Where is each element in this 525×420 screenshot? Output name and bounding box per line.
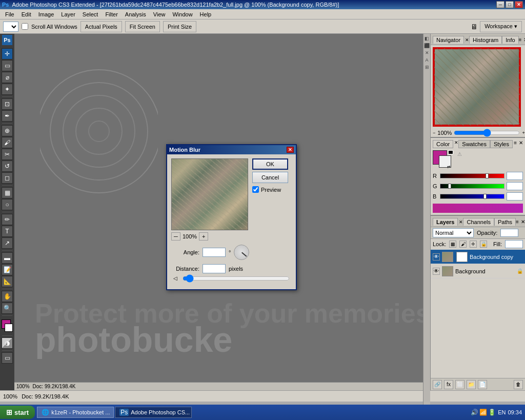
nav-zoom-out-icon[interactable]: − [433,130,435,135]
distance-slider[interactable] [183,276,290,281]
info-tab[interactable]: Info [502,36,518,44]
marquee-tool[interactable]: ▭ [2,60,13,71]
text-tool[interactable]: T [2,226,13,237]
layer-visibility-eye-bg[interactable]: 👁 [433,268,440,275]
color-swatches[interactable]: ⇄ [433,150,453,170]
layer-item-background[interactable]: 👁 Background 🔒 [431,264,525,278]
distance-input[interactable]: 33 [203,264,226,273]
screen-mode-btn[interactable]: ▭ [2,352,13,364]
preview-checkbox[interactable] [252,186,259,193]
clone-tool[interactable]: ✂ [2,149,13,160]
color-tab[interactable]: Color [433,140,453,148]
notes-tool[interactable]: 📝 [2,264,13,275]
cancel-button[interactable]: Cancel [252,172,288,183]
navigator-preview[interactable] [433,47,521,127]
workspace-button[interactable]: Workspace ▾ [480,21,522,32]
menu-view[interactable]: View [150,10,169,18]
start-button[interactable]: ⊞ start [0,406,35,419]
scroll-all-windows-checkbox[interactable] [22,23,28,30]
rectangle-tool[interactable]: ▬ [2,252,13,264]
menu-file[interactable]: File [2,10,17,18]
mini-btn-3[interactable]: ✕ [425,50,429,55]
measure-tool[interactable]: 📐 [2,276,13,287]
menu-window[interactable]: Window [169,10,195,18]
layer-item-background-copy[interactable]: 👁 Background copy [431,250,525,264]
color-panel-options[interactable]: ≡ [514,140,517,148]
layers-tab-close[interactable]: ✕ [459,219,463,225]
brush-preset-combo[interactable] [3,22,18,32]
layers-panel-close[interactable]: ✕ [521,219,525,225]
quick-mask-btn[interactable]: ◑ [2,337,13,349]
print-size-button[interactable]: Print Size [163,21,196,32]
gradient-tool[interactable]: ▦ [2,187,13,198]
menu-image[interactable]: Image [35,10,57,18]
lock-all-btn[interactable]: 🔒 [480,241,487,248]
navigator-tab[interactable]: Navigator [433,36,464,44]
color-swatch-area[interactable] [1,319,14,334]
menu-help[interactable]: Help [197,10,215,18]
paths-tab[interactable]: Paths [494,218,516,226]
path-select-tool[interactable]: ↗ [2,237,13,249]
mini-btn-2[interactable]: ⬛ [424,43,430,48]
fill-input[interactable]: 100% [505,240,523,248]
swap-colors-icon[interactable]: ⇄ [447,165,453,170]
menu-select[interactable]: Select [79,10,102,18]
crop-tool[interactable]: ⊡ [2,98,13,110]
r-slider-thumb[interactable] [486,173,489,178]
heal-tool[interactable]: ⊕ [2,125,13,136]
pen-tool[interactable]: ✏ [2,214,13,225]
move-tool[interactable]: ✛ [2,48,13,59]
eyedropper-tool[interactable]: ✒ [2,110,13,122]
histogram-tab[interactable]: Histogram [469,36,502,44]
g-value-input[interactable]: 34 [507,182,523,190]
actual-pixels-button[interactable]: Actual Pixels [80,21,122,32]
background-color[interactable] [5,324,13,332]
eraser-tool[interactable]: ◻ [2,172,13,184]
navigator-tab-close[interactable]: ✕ [465,37,469,43]
blend-mode-select[interactable]: Normal [433,228,474,237]
preview-image[interactable] [171,158,248,230]
channels-tab[interactable]: Channels [463,218,494,226]
mini-btn-5[interactable]: ⊞ [425,65,429,70]
angle-wheel[interactable] [234,245,249,260]
layers-panel-options[interactable]: ≡ [516,219,519,225]
g-slider-thumb[interactable] [448,184,451,189]
ok-button[interactable]: OK [252,158,288,170]
lasso-tool[interactable]: ⌀ [2,72,13,83]
fit-screen-button[interactable]: Fit Screen [125,21,160,32]
link-layers-btn[interactable]: 🔗 [433,380,442,389]
angle-input[interactable]: 40 [203,248,226,257]
menu-analysis[interactable]: Analysis [122,10,149,18]
default-colors-icon[interactable] [448,150,453,154]
delete-layer-btn[interactable]: 🗑 [514,380,523,389]
taskbar-item-photobucket[interactable]: 🌐 k1zeR - Photobucket ... [37,407,114,418]
new-layer-btn[interactable]: 📄 [478,380,487,389]
color-panel-close[interactable]: ✕ [519,140,523,148]
layers-tab[interactable]: Layers [433,218,458,226]
color-tab-close[interactable]: ✕ [454,140,458,148]
menu-edit[interactable]: Edit [18,10,34,18]
lock-position-btn[interactable]: ✛ [470,241,477,248]
layer-visibility-eye[interactable]: 👁 [433,253,440,261]
dialog-close-button[interactable]: ✕ [287,147,294,153]
b-slider-thumb[interactable] [483,194,487,199]
b-value-input[interactable]: 177 [507,192,523,201]
add-mask-btn[interactable]: ⬜ [455,380,465,389]
mini-btn-1[interactable]: ◧ [425,36,429,41]
menu-layer[interactable]: Layer [58,10,78,18]
hand-tool[interactable]: ✋ [2,291,13,302]
lock-image-btn[interactable]: 🖌 [459,241,467,248]
lock-transparent-btn[interactable]: ▩ [449,241,456,248]
history-brush-tool[interactable]: ↺ [2,161,13,172]
close-button[interactable]: ✕ [515,1,523,8]
r-value-input[interactable]: 186 [507,172,523,180]
dodge-tool[interactable]: ○ [2,199,13,210]
swatches-tab[interactable]: Swatches [458,140,490,148]
opacity-input[interactable]: 100% [500,229,518,237]
zoom-out-button[interactable]: ─ [171,232,180,241]
new-group-btn[interactable]: 📁 [467,380,476,389]
zoom-tool[interactable]: 🔍 [2,303,13,314]
brush-tool[interactable]: 🖌 [2,137,13,148]
taskbar-item-photoshop[interactable]: Ps Adobe Photoshop CS... [115,407,192,418]
maximize-button[interactable]: □ [506,1,514,8]
